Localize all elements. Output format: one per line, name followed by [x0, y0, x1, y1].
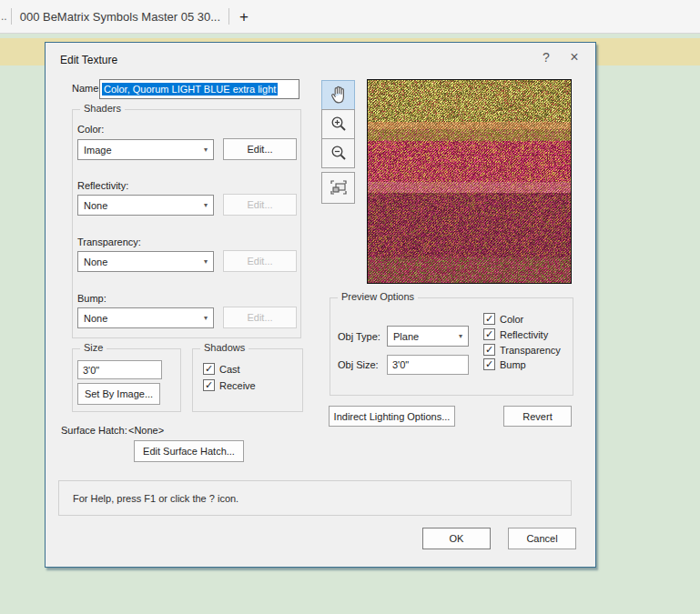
- zoom-out-button[interactable]: [321, 138, 355, 168]
- reflectivity-shader-value: None: [84, 200, 107, 211]
- name-input[interactable]: Color, Quorum LIGHT BLUE extra light: [99, 79, 299, 99]
- size-group-legend: Size: [80, 342, 107, 353]
- zoom-out-icon: [330, 144, 348, 164]
- receive-label: Receive: [219, 380, 256, 391]
- preview-options-legend: Preview Options: [338, 291, 418, 302]
- checkmark-icon: ✓: [483, 344, 495, 356]
- fit-preview-button[interactable]: [321, 172, 355, 204]
- preview-transparency-checkbox[interactable]: ✓ Transparency: [483, 344, 561, 356]
- pan-tool-button[interactable]: [321, 80, 355, 110]
- preview-reflectivity-checkbox[interactable]: ✓ Reflectivity: [483, 328, 548, 340]
- reflectivity-shader-label: Reflectivity:: [77, 180, 128, 191]
- hand-icon: [330, 85, 348, 106]
- tab-separator: [228, 8, 229, 25]
- obj-type-dropdown[interactable]: Plane ▾: [387, 326, 469, 347]
- zoom-in-button[interactable]: [321, 109, 355, 139]
- bump-edit-button: Edit...: [223, 307, 297, 328]
- zoom-in-icon: [330, 115, 348, 135]
- preview-color-checkbox[interactable]: ✓ Color: [483, 313, 523, 325]
- color-shader-label: Color:: [77, 124, 104, 135]
- reflectivity-edit-button: Edit...: [223, 194, 297, 216]
- help-icon[interactable]: ?: [535, 47, 557, 67]
- preview-transparency-label: Transparency: [500, 345, 561, 356]
- name-label: Name:: [72, 83, 101, 94]
- preview-bump-label: Bump: [500, 359, 526, 370]
- bump-shader-value: None: [84, 313, 107, 324]
- checkmark-icon: ✓: [203, 379, 215, 391]
- surface-hatch-value: <None>: [128, 425, 164, 436]
- size-input[interactable]: 3'0": [77, 360, 162, 379]
- color-edit-button[interactable]: Edit...: [223, 138, 297, 160]
- surface-hatch-label: Surface Hatch:: [61, 425, 127, 436]
- document-tab-bar: .. 000 BeMatrix Symbols Master 05 30... …: [0, 0, 700, 34]
- cancel-button[interactable]: Cancel: [508, 528, 576, 549]
- chevron-down-icon: ▾: [204, 146, 208, 154]
- preview-reflectivity-label: Reflectivity: [500, 329, 548, 340]
- checkmark-icon: ✓: [203, 363, 215, 375]
- color-shader-value: Image: [84, 145, 112, 156]
- receive-checkbox[interactable]: ✓ Receive: [203, 379, 256, 391]
- bump-shader-label: Bump:: [77, 293, 107, 304]
- preview-color-label: Color: [500, 314, 523, 325]
- revert-button[interactable]: Revert: [503, 406, 572, 427]
- help-message-box: For Help, press F1 or click the ? icon.: [58, 480, 572, 516]
- indirect-lighting-options-button[interactable]: Indirect Lighting Options...: [329, 406, 455, 427]
- checkmark-icon: ✓: [483, 328, 495, 340]
- chevron-down-icon: ▾: [204, 314, 208, 322]
- transparency-shader-label: Transparency:: [77, 237, 141, 247]
- chevron-down-icon: ▾: [204, 201, 208, 209]
- obj-size-label: Obj Size:: [338, 359, 379, 370]
- cast-checkbox[interactable]: ✓ Cast: [203, 363, 240, 375]
- help-message-text: For Help, press F1 or click the ? icon.: [73, 493, 238, 504]
- dialog-title: Edit Texture: [60, 54, 117, 66]
- texture-preview[interactable]: [367, 79, 572, 284]
- color-shader-dropdown[interactable]: Image ▾: [77, 139, 214, 160]
- checkmark-icon: ✓: [483, 358, 495, 370]
- obj-type-label: Obj Type:: [338, 331, 380, 342]
- chevron-down-icon: ▾: [204, 257, 208, 266]
- new-tab-icon[interactable]: +: [233, 9, 255, 25]
- transparency-edit-button: Edit...: [223, 250, 297, 272]
- checkmark-icon: ✓: [483, 313, 495, 325]
- tab-separator: [11, 8, 12, 25]
- obj-size-input[interactable]: 3'0": [387, 355, 469, 375]
- set-by-image-button[interactable]: Set By Image...: [77, 383, 160, 405]
- ok-button[interactable]: OK: [422, 528, 491, 549]
- name-input-selected-text: Color, Quorum LIGHT BLUE extra light: [102, 83, 278, 96]
- edit-texture-dialog: Edit Texture ? × Name: Color, Quorum LIG…: [45, 42, 596, 568]
- texture-preview-canvas: [368, 80, 571, 283]
- active-document-tab[interactable]: 000 BeMatrix Symbols Master 05 30...: [15, 10, 225, 24]
- edit-surface-hatch-button[interactable]: Edit Surface Hatch...: [134, 440, 244, 462]
- transparency-shader-value: None: [84, 257, 107, 267]
- preview-bump-checkbox[interactable]: ✓ Bump: [483, 358, 526, 370]
- shaders-group-legend: Shaders: [80, 103, 125, 114]
- bump-shader-dropdown[interactable]: None ▾: [77, 307, 214, 328]
- shadows-group-legend: Shadows: [200, 342, 249, 353]
- close-icon[interactable]: ×: [563, 47, 585, 67]
- chevron-down-icon: ▾: [459, 332, 462, 340]
- fit-objects-icon: [329, 178, 349, 198]
- previous-tab-fragment[interactable]: ..: [0, 10, 7, 23]
- obj-type-value: Plane: [393, 331, 419, 342]
- transparency-shader-dropdown[interactable]: None ▾: [77, 251, 214, 272]
- reflectivity-shader-dropdown[interactable]: None ▾: [77, 195, 214, 216]
- cast-label: Cast: [219, 364, 240, 375]
